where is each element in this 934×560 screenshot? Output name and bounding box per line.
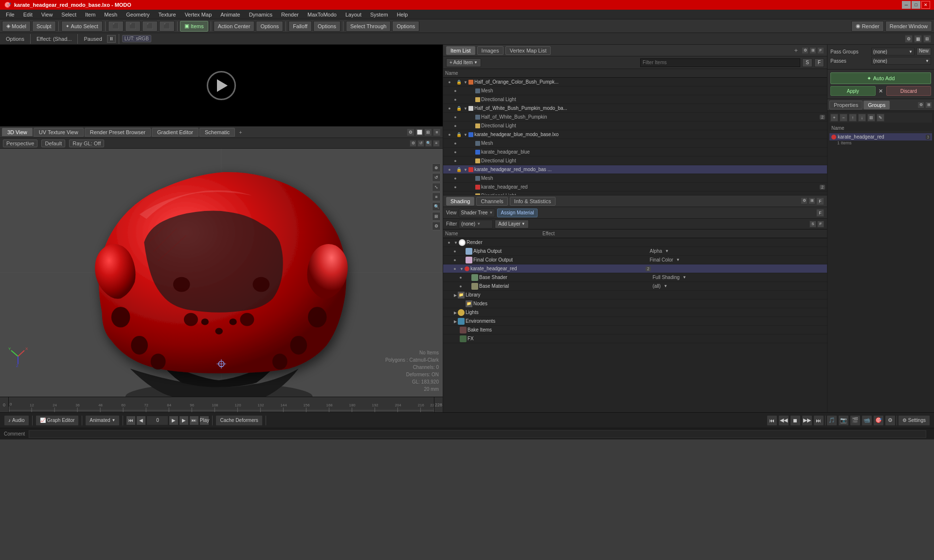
sh-filter-icon-1[interactable]: S <box>809 221 816 228</box>
tab-render-preset[interactable]: Render Preset Browser <box>85 128 151 137</box>
shader-row-bake-items[interactable]: Bake Items <box>443 326 827 334</box>
transform-btn-2[interactable]: ⬛ <box>125 21 141 32</box>
render-window-button[interactable]: Render Window <box>885 21 932 32</box>
shader-row-alpha[interactable]: ● Alpha Output Alpha▼ <box>443 247 827 256</box>
discard-x-icon[interactable]: ✕ <box>877 86 885 96</box>
tab-info-statistics[interactable]: Info & Statistics <box>510 197 556 206</box>
shader-row-kg-red[interactable]: ● karate_headgear_red 2 <box>443 264 827 273</box>
tab-vertex-map-list[interactable]: Vertex Map List <box>505 46 551 55</box>
discard-button[interactable]: Discard <box>886 86 932 96</box>
graph-editor-button[interactable]: 📈 Graph Editor <box>36 415 79 426</box>
tab-images[interactable]: Images <box>477 46 503 55</box>
viewport-content[interactable]: label X Y Z No Items Polygons : Catmull-… <box>0 149 443 397</box>
play-label-button[interactable]: Play <box>199 416 209 425</box>
vp-nav-btn-3[interactable]: ⤡ <box>432 183 441 192</box>
shader-row-base-shader[interactable]: ● Base Shader Full Shading▼ <box>443 273 827 282</box>
sculpt-mode-button[interactable]: Sculpt <box>32 21 56 32</box>
list-item[interactable]: ● 🔒 karate_headgear_blue_modo_base.lxo <box>443 130 827 139</box>
menu-dynamics[interactable]: Dynamics <box>245 11 276 18</box>
go-end-button[interactable]: ⏭ <box>189 416 199 425</box>
vp-nav-btn-7[interactable]: ⚙ <box>432 222 441 230</box>
item-vis-6[interactable]: ● <box>451 141 460 146</box>
layout-icon-2[interactable]: ⊞ <box>923 35 931 43</box>
passes-dropdown[interactable]: (none) ▼ <box>871 57 931 65</box>
filter-dropdown[interactable]: (none) ▼ <box>459 220 493 228</box>
base-material-arrow[interactable]: ▼ <box>664 284 667 288</box>
options-button-2[interactable]: Options <box>313 21 341 32</box>
group-item-row[interactable]: karate_headgear_red 3 <box>829 133 932 140</box>
pg-expand-icon[interactable]: ⊞ <box>925 102 932 108</box>
go-start-button[interactable]: ⏮ <box>126 416 136 425</box>
viewport-options-icon[interactable]: ≡ <box>433 128 441 136</box>
sh-expand-render[interactable] <box>454 240 458 245</box>
item-vis-8[interactable]: ● <box>451 158 460 163</box>
menu-geometry[interactable]: Geometry <box>122 11 153 18</box>
sb-icon-10[interactable]: 🎯 <box>873 415 884 426</box>
paused-toggle[interactable]: ⏸ <box>107 35 116 43</box>
menu-help[interactable]: Help <box>393 11 412 18</box>
sh-vis-6[interactable]: ● <box>457 284 465 289</box>
base-shader-arrow[interactable]: ▼ <box>683 275 686 280</box>
transform-btn-3[interactable]: ⬛ <box>142 21 158 32</box>
sb-icon-2[interactable]: ◀◀ <box>778 415 789 426</box>
sh-vis-1[interactable]: ● <box>445 240 453 245</box>
item-lock-2[interactable]: 🔒 <box>455 106 463 111</box>
item-lock-1[interactable]: 🔒 <box>455 80 463 85</box>
options-button-3[interactable]: Options <box>392 21 419 32</box>
sh-expand-library[interactable] <box>454 292 457 298</box>
next-frame-button[interactable]: ▶ <box>179 416 189 425</box>
list-item[interactable]: ● Half_of_White_Bush_Pumpkin 2 <box>443 113 827 122</box>
sh-vis-5[interactable]: ● <box>457 275 465 280</box>
minimize-button[interactable]: ─ <box>902 1 911 9</box>
gt-icon-1[interactable]: + <box>830 114 838 122</box>
shader-row-final-color[interactable]: ● Final Color Output Final Color▼ <box>443 256 827 264</box>
vp-nav-btn-2[interactable]: ↺ <box>432 173 441 182</box>
shader-row-base-material[interactable]: ● Base Material (all)▼ <box>443 282 827 291</box>
item-vis-4[interactable]: ● <box>451 123 460 128</box>
sh-f-button[interactable]: F <box>816 197 824 205</box>
menu-layout[interactable]: Layout <box>341 11 365 18</box>
sb-icon-1[interactable]: ⏮ <box>767 415 777 426</box>
list-item[interactable]: ● karate_headgear_blue <box>443 148 827 157</box>
list-item[interactable]: ● Directional Light <box>443 157 827 165</box>
menu-item[interactable]: Item <box>81 11 99 18</box>
menu-vertex-map[interactable]: Vertex Map <box>181 11 216 18</box>
vp-nav-btn-1[interactable]: ⊕ <box>432 163 441 172</box>
menu-view[interactable]: View <box>37 11 57 18</box>
sb-icon-7[interactable]: 📷 <box>838 415 849 426</box>
shader-row-render[interactable]: ● Render <box>443 238 827 247</box>
item-vis-11[interactable]: ● <box>451 185 460 190</box>
paused-label[interactable]: Paused <box>81 35 105 42</box>
item-vis-3[interactable]: ● <box>451 115 460 120</box>
vp-header-icon-4[interactable]: ≡ <box>433 140 440 147</box>
comment-input[interactable] <box>29 430 926 438</box>
list-item[interactable]: ● Mesh <box>443 174 827 183</box>
sh-expand-icon[interactable]: ⊞ <box>808 197 815 204</box>
alpha-effect-arrow[interactable]: ▼ <box>665 249 669 253</box>
shader-row-nodes[interactable]: 📁 Nodes <box>443 299 827 308</box>
sb-icon-8[interactable]: 🎬 <box>850 415 861 426</box>
list-item[interactable]: ● Mesh <box>443 87 827 95</box>
menu-file[interactable]: File <box>2 11 18 18</box>
settings-button[interactable]: ⚙ Settings <box>898 415 930 426</box>
menu-select[interactable]: Select <box>57 11 80 18</box>
vp-nav-btn-4[interactable]: ≡ <box>432 192 441 201</box>
layout-icon-1[interactable]: ▦ <box>914 35 922 43</box>
menu-system[interactable]: System <box>366 11 392 18</box>
sb-icon-4[interactable]: ▶▶ <box>802 415 812 426</box>
prev-frame-button[interactable]: ◀ <box>136 416 146 425</box>
vp-header-icon-2[interactable]: ↺ <box>417 140 424 147</box>
assign-material-button[interactable]: Assign Material <box>497 209 537 217</box>
item-lock-9[interactable]: 🔒 <box>455 167 463 172</box>
apply-button[interactable]: Apply <box>830 86 876 96</box>
transform-btn-1[interactable]: ⬛ <box>108 21 124 32</box>
new-group-button[interactable]: New <box>916 48 931 55</box>
add-item-button[interactable]: + Add Item ▼ <box>446 58 481 67</box>
shading-f-btn[interactable]: F <box>816 209 824 217</box>
default-label[interactable]: Default <box>41 140 65 147</box>
maximize-button[interactable]: □ <box>912 1 920 9</box>
expand-arrow-3[interactable] <box>464 132 467 137</box>
add-layer-button[interactable]: Add Layer ▼ <box>495 220 529 228</box>
tab-item-list[interactable]: Item List <box>446 46 475 55</box>
tab-3d-view[interactable]: 3D View <box>2 128 33 136</box>
